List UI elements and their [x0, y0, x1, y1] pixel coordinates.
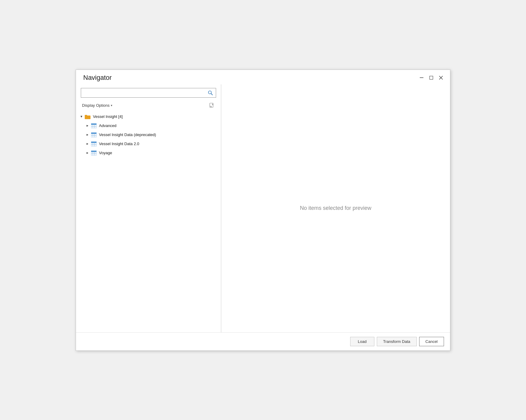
svg-rect-14: [91, 123, 97, 125]
svg-rect-26: [91, 142, 97, 143]
svg-rect-32: [91, 151, 97, 152]
table-svg-icon: [91, 151, 97, 155]
window-title: Navigator: [83, 74, 112, 82]
tree-toggle-advanced[interactable]: [84, 123, 90, 129]
tree-root-label: Vessel Insight [4]: [93, 114, 123, 119]
load-button[interactable]: Load: [350, 337, 374, 346]
folder-svg-icon: [85, 114, 91, 119]
tree-toggle-v2[interactable]: [84, 141, 90, 147]
table-icon-deprecated: [90, 132, 97, 138]
search-icon: [208, 90, 213, 95]
refresh-icon: [209, 103, 215, 108]
table-svg-icon: [91, 123, 97, 128]
svg-rect-20: [91, 132, 97, 134]
svg-line-5: [211, 93, 213, 95]
svg-marker-22: [87, 143, 88, 145]
folder-icon: [84, 114, 91, 119]
maximize-icon: [429, 76, 433, 80]
tree-item-voyage[interactable]: Voyage: [76, 148, 221, 158]
svg-rect-9: [85, 115, 87, 116]
footer: Load Transform Data Cancel: [76, 332, 450, 350]
svg-marker-16: [87, 134, 88, 136]
table-icon-advanced: [90, 123, 97, 129]
tree-item-advanced-label: Advanced: [99, 123, 117, 128]
table-svg-icon: [91, 142, 97, 146]
tree-item-advanced[interactable]: Advanced: [76, 121, 221, 130]
table-svg-icon: [91, 132, 97, 137]
tree-root-item[interactable]: Vessel Insight [4]: [76, 112, 221, 121]
title-controls: [417, 73, 445, 82]
tree-item-vessel-data-deprecated[interactable]: Vessel Insight Data (deprecated): [76, 130, 221, 139]
svg-rect-6: [210, 103, 213, 107]
chevron-down-icon: ▾: [111, 104, 112, 107]
close-button[interactable]: [437, 73, 445, 82]
collapse-icon: [86, 142, 89, 145]
refresh-button[interactable]: [208, 101, 216, 110]
tree-item-vessel-data-2[interactable]: Vessel Insight Data 2.0: [76, 139, 221, 148]
svg-marker-7: [81, 116, 82, 118]
svg-rect-1: [430, 76, 433, 79]
search-bar: [81, 88, 216, 98]
search-button[interactable]: [205, 88, 216, 97]
collapse-icon: [86, 151, 89, 155]
title-bar: Navigator: [76, 70, 450, 84]
tree-item-voyage-label: Voyage: [99, 151, 112, 155]
content-area: Display Options ▾: [76, 84, 450, 332]
svg-marker-28: [87, 152, 88, 154]
maximize-button[interactable]: [427, 73, 436, 82]
close-icon: [439, 76, 443, 80]
navigator-window: Navigator: [76, 70, 450, 351]
toolbar-row: Display Options ▾: [76, 101, 221, 112]
tree-item-v2-label: Vessel Insight Data 2.0: [99, 142, 139, 146]
minimize-icon: [420, 77, 423, 78]
table-icon-v2: [90, 141, 97, 147]
minimize-button[interactable]: [417, 73, 426, 82]
tree-toggle-root[interactable]: [78, 114, 84, 120]
search-input[interactable]: [81, 89, 205, 97]
tree-toggle-deprecated[interactable]: [84, 132, 90, 138]
left-panel: Display Options ▾: [76, 84, 221, 332]
table-icon-voyage: [90, 150, 97, 156]
display-options-button[interactable]: Display Options ▾: [81, 103, 113, 108]
expand-icon: [80, 115, 83, 118]
collapse-icon: [86, 124, 89, 127]
no-preview-text: No items selected for preview: [300, 205, 371, 211]
collapse-icon: [86, 133, 89, 136]
right-panel: No items selected for preview: [221, 84, 450, 332]
cancel-button[interactable]: Cancel: [419, 337, 444, 346]
display-options-label: Display Options: [82, 103, 110, 108]
tree-toggle-voyage[interactable]: [84, 150, 90, 156]
svg-marker-10: [87, 125, 88, 127]
transform-data-button[interactable]: Transform Data: [377, 337, 417, 346]
tree-item-deprecated-label: Vessel Insight Data (deprecated): [99, 132, 156, 137]
tree-area: Vessel Insight [4]: [76, 112, 221, 332]
svg-rect-0: [420, 77, 423, 78]
